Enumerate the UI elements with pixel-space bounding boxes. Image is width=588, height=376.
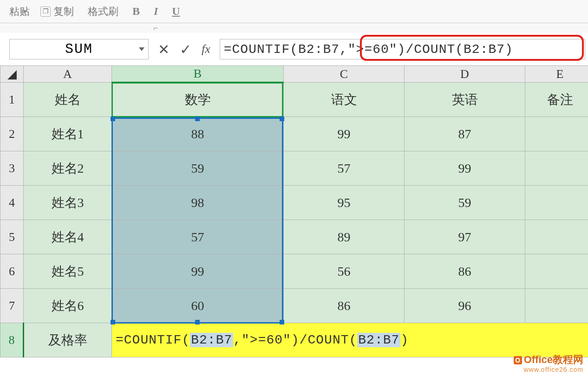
table-row: 8 及格率 =COUNTIF(B2:B7,">=60")/COUNT(B2:B7… [0,323,588,357]
select-all-corner[interactable]: ◢ [0,66,24,83]
row-header[interactable]: 4 [0,186,24,220]
cell[interactable]: 99 [284,117,405,151]
cell[interactable]: 86 [284,289,405,323]
name-box[interactable]: SUM [9,39,149,59]
name-box-value: SUM [65,41,93,57]
formula-bar-buttons: ✕ ✓ fx [158,41,210,58]
chevron-down-icon: ▾ [23,7,26,15]
row-header[interactable]: 5 [0,220,24,254]
table-row: 1 姓名 数学 语文 英语 备注 [0,83,588,117]
cell[interactable] [525,151,588,186]
row-header[interactable]: 2 [0,117,24,151]
confirm-icon[interactable]: ✓ [180,41,191,58]
range-reference: B2:B7 [357,333,400,347]
cell[interactable]: 87 [405,117,525,151]
spreadsheet-grid[interactable]: ◢ A B C D E 1 姓名 数学 语文 英语 备注 2 姓名1 88 99… [0,65,588,357]
copy-label: 复制 [53,5,74,19]
cell[interactable] [525,117,588,151]
cell[interactable] [525,254,588,289]
table-row: 6 姓名5 99 56 86 [0,254,588,289]
fx-icon[interactable]: fx [202,42,210,56]
formula-bar-row: SUM ✕ ✓ fx =COUNTIF(B2:B7,">=60")/COUNT(… [0,33,588,65]
cell[interactable]: 86 [405,254,525,289]
cell[interactable]: 姓名2 [24,151,112,186]
row-header[interactable]: 7 [0,289,24,323]
formula-bar-input[interactable]: =COUNTIF(B2:B7,">=60")/COUNT(B2:B7) [220,39,585,59]
cell[interactable]: 59 [405,186,525,220]
chevron-down-icon[interactable] [139,47,144,51]
cell[interactable]: 98 [112,186,284,220]
cell[interactable]: 95 [284,186,405,220]
cell[interactable]: 姓名4 [24,220,112,254]
range-reference: B2:B7 [190,333,233,347]
cell[interactable] [525,186,588,220]
cell[interactable]: 99 [112,254,284,289]
table-row: 3 姓名2 59 57 99 [0,151,588,186]
cell[interactable]: 57 [112,220,284,254]
col-header-C[interactable]: C [284,66,405,83]
table-row: 5 姓名4 57 89 97 [0,220,588,254]
col-header-D[interactable]: D [405,66,525,83]
dialog-launcher-row: ⌐ [0,23,588,33]
cell[interactable]: 57 [284,151,405,186]
cell[interactable]: 姓名1 [24,117,112,151]
cell[interactable]: 姓名3 [24,186,112,220]
cell[interactable]: 97 [405,220,525,254]
cell[interactable]: 数学 [112,83,284,117]
cell[interactable]: 88 [112,117,284,151]
cell[interactable]: 姓名5 [24,254,112,289]
row-header[interactable]: 3 [0,151,24,186]
dialog-launcher-icon[interactable]: ⌐ [149,23,163,34]
cell[interactable]: 56 [284,254,405,289]
cell[interactable]: 英语 [405,83,525,117]
table-row: 2 姓名1 88 99 87 [0,117,588,151]
active-cell-editing[interactable]: =COUNTIF(B2:B7,">=60")/COUNT(B2:B7) [112,323,588,357]
column-header-row: ◢ A B C D E [0,66,588,83]
copy-button[interactable]: ❐ 复制 [40,5,74,19]
table-row: 4 姓名3 98 95 59 [0,186,588,220]
cell[interactable]: 89 [284,220,405,254]
copy-icon: ❐ [40,6,51,17]
watermark-url: www.office26.com [514,366,583,373]
col-header-E[interactable]: E [525,66,588,83]
cell[interactable]: 语文 [284,83,405,117]
row-header[interactable]: 8 [0,323,24,357]
paste-label: 粘贴 [9,5,30,19]
formula-part: ) [400,333,409,347]
cell[interactable]: 60 [112,289,284,323]
col-header-B[interactable]: B [112,66,284,83]
cell[interactable]: 备注 [525,83,588,117]
format-painter-button[interactable]: 格式刷 [88,5,118,19]
cell[interactable] [525,289,588,323]
cell[interactable]: 96 [405,289,525,323]
cancel-icon[interactable]: ✕ [158,41,170,58]
cell[interactable]: 59 [112,151,284,186]
row-header[interactable]: 6 [0,254,24,289]
ribbon-toolbar: 粘贴 ▾ ❐ 复制 格式刷 B I U [0,0,588,23]
paste-button[interactable]: 粘贴 ▾ [9,5,26,19]
col-header-A[interactable]: A [24,66,112,83]
row-header[interactable]: 1 [0,83,24,117]
underline-button[interactable]: U [172,5,180,18]
formula-part: ,">=60")/COUNT( [233,333,357,347]
formula-bar-text: =COUNTIF(B2:B7,">=60")/COUNT(B2:B7) [224,42,513,57]
italic-button[interactable]: I [154,5,158,18]
cell[interactable]: 99 [405,151,525,186]
cell[interactable]: 姓名 [24,83,112,117]
bold-button[interactable]: B [132,5,140,18]
table-row: 7 姓名6 60 86 96 [0,289,588,323]
formula-part: =COUNTIF( [116,333,190,347]
cell[interactable]: 及格率 [24,323,112,357]
cell[interactable]: 姓名6 [24,289,112,323]
cell[interactable] [525,220,588,254]
